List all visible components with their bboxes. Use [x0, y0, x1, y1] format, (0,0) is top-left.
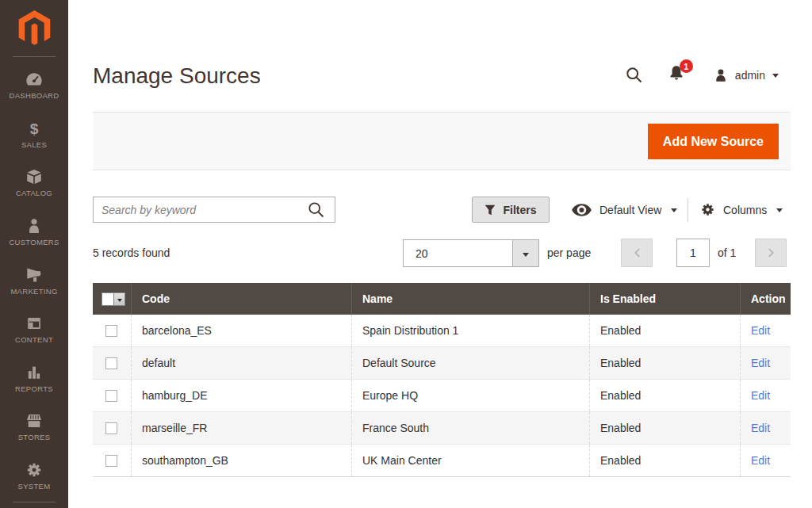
- table-row: marseille_FR France South Enabled Edit: [93, 412, 791, 445]
- cell-name: Europe HQ: [351, 380, 589, 411]
- cell-is-enabled: Enabled: [589, 412, 740, 444]
- sidebar: DASHBOARD SALES CATALOG CUSTOMERS MARKET…: [0, 0, 68, 508]
- toolbar-divider: [688, 198, 688, 222]
- notifications-button[interactable]: 1: [668, 65, 684, 85]
- catalog-icon: [25, 168, 43, 185]
- table-row: default Default Source Enabled Edit: [93, 347, 791, 380]
- cell-is-enabled: Enabled: [589, 380, 740, 411]
- per-page-value: 20: [404, 247, 512, 260]
- column-header-name[interactable]: Name: [351, 283, 589, 315]
- columns-caret-icon: [776, 208, 783, 212]
- eye-icon: [572, 204, 592, 216]
- row-checkbox[interactable]: [105, 422, 117, 434]
- cell-name: UK Main Center: [351, 445, 589, 476]
- edit-link[interactable]: Edit: [751, 357, 770, 369]
- user-caret-icon: [772, 74, 779, 78]
- records-count: 5 records found: [93, 246, 170, 259]
- table-body: barcelona_ES Spain Distribution 1 Enable…: [93, 315, 791, 477]
- notification-badge: 1: [680, 59, 693, 73]
- per-page-label: per page: [547, 246, 591, 259]
- sidebar-item-sales[interactable]: SALES: [0, 110, 68, 159]
- marketing-icon: [25, 266, 43, 284]
- table-row: hamburg_DE Europe HQ Enabled Edit: [93, 380, 791, 412]
- column-header-is-enabled[interactable]: Is Enabled: [589, 283, 740, 315]
- cell-name: Default Source: [351, 347, 589, 379]
- sales-icon: [25, 120, 43, 137]
- page-number-input[interactable]: [676, 239, 710, 267]
- cell-is-enabled: Enabled: [589, 347, 740, 379]
- sidebar-item-stores[interactable]: STORES: [0, 403, 68, 452]
- row-checkbox[interactable]: [105, 455, 117, 467]
- view-selector[interactable]: Default View: [572, 197, 677, 223]
- dashboard-icon: [25, 71, 43, 88]
- column-header-action[interactable]: Action: [740, 283, 791, 315]
- filter-icon: [485, 204, 496, 216]
- sidebar-menu: DASHBOARD SALES CATALOG CUSTOMERS MARKET…: [0, 57, 68, 500]
- per-page-select[interactable]: 20: [403, 239, 539, 267]
- edit-link[interactable]: Edit: [751, 454, 770, 467]
- username-label: admin: [735, 69, 765, 82]
- sidebar-item-reports[interactable]: REPORTS: [0, 354, 68, 403]
- main-content: Manage Sources 1 admin Add New Source: [68, 0, 812, 508]
- page-title: Manage Sources: [93, 64, 261, 89]
- chevron-left-icon: [634, 247, 641, 258]
- sources-table: Code Name Is Enabled Action barcelona_ES…: [93, 283, 791, 477]
- next-page-button[interactable]: [755, 239, 787, 267]
- total-pages-label: of 1: [718, 246, 736, 259]
- select-all-checkbox[interactable]: [102, 292, 114, 306]
- table-row: barcelona_ES Spain Distribution 1 Enable…: [93, 315, 791, 347]
- columns-label: Columns: [723, 204, 767, 216]
- sidebar-item-system[interactable]: SYSTEM: [0, 452, 68, 501]
- sidebar-item-marketing[interactable]: MARKETING: [0, 256, 68, 305]
- table-header: Code Name Is Enabled Action: [93, 283, 791, 315]
- cell-code: hamburg_DE: [131, 380, 351, 411]
- header-actions: 1 admin: [626, 65, 779, 85]
- search-input[interactable]: [94, 197, 335, 222]
- search-submit-icon[interactable]: [308, 201, 324, 218]
- cell-code: southampton_GB: [131, 445, 351, 476]
- search-icon[interactable]: [626, 67, 642, 83]
- gear-icon: [700, 202, 715, 217]
- column-header-code[interactable]: Code: [131, 283, 351, 315]
- keyword-search: [93, 197, 335, 223]
- row-checkbox[interactable]: [105, 390, 117, 402]
- cell-is-enabled: Enabled: [589, 445, 740, 476]
- per-page-caret: [512, 240, 538, 266]
- previous-page-button[interactable]: [621, 239, 653, 267]
- select-all-dropdown[interactable]: [114, 292, 125, 306]
- customers-icon: [25, 217, 43, 235]
- chevron-right-icon: [768, 247, 775, 258]
- edit-link[interactable]: Edit: [751, 422, 770, 434]
- filters-label: Filters: [503, 204, 536, 216]
- sidebar-item-customers[interactable]: CUSTOMERS: [0, 208, 68, 257]
- cell-code: barcelona_ES: [131, 315, 351, 346]
- row-checkbox[interactable]: [105, 357, 117, 369]
- cell-is-enabled: Enabled: [589, 315, 740, 346]
- edit-link[interactable]: Edit: [751, 389, 770, 402]
- columns-selector[interactable]: Columns: [700, 197, 783, 223]
- cell-code: marseille_FR: [131, 412, 351, 444]
- cell-name: France South: [351, 412, 589, 444]
- view-caret-icon: [671, 208, 677, 212]
- reports-icon: [25, 364, 43, 381]
- sidebar-item-catalog[interactable]: CATALOG: [0, 159, 68, 208]
- content-icon: [25, 315, 43, 332]
- sidebar-divider-bottom: [13, 502, 56, 502]
- system-icon: [25, 461, 43, 479]
- row-checkbox[interactable]: [105, 325, 117, 337]
- sidebar-item-dashboard[interactable]: DASHBOARD: [0, 61, 68, 110]
- magento-logo-icon[interactable]: [18, 10, 51, 48]
- table-row: southampton_GB UK Main Center Enabled Ed…: [93, 445, 791, 477]
- header-select-all: [93, 283, 131, 315]
- cell-code: default: [131, 347, 351, 379]
- sidebar-item-content[interactable]: CONTENT: [0, 305, 68, 354]
- add-new-source-button[interactable]: Add New Source: [648, 124, 779, 159]
- page-actions-band: Add New Source: [93, 112, 791, 170]
- user-icon: [714, 68, 728, 82]
- user-menu[interactable]: admin: [714, 68, 779, 82]
- edit-link[interactable]: Edit: [751, 324, 770, 337]
- view-label: Default View: [599, 204, 661, 216]
- stores-icon: [25, 412, 43, 430]
- filters-button[interactable]: Filters: [472, 197, 550, 223]
- cell-name: Spain Distribution 1: [351, 315, 589, 346]
